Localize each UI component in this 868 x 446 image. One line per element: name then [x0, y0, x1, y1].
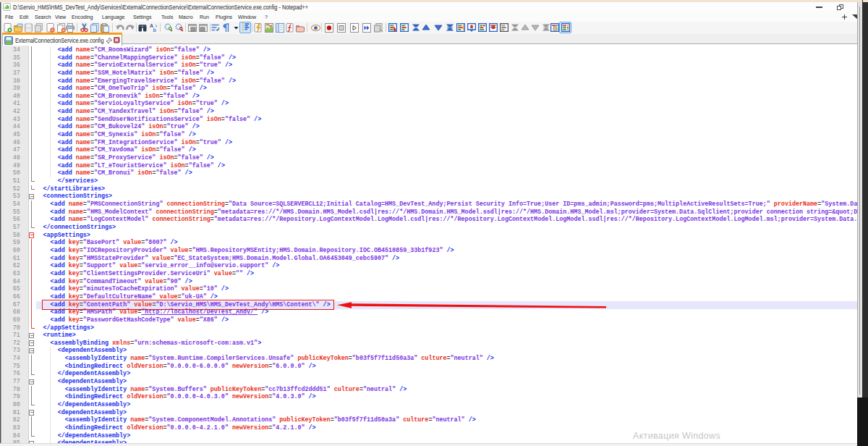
svg-text:b: b: [153, 28, 156, 33]
